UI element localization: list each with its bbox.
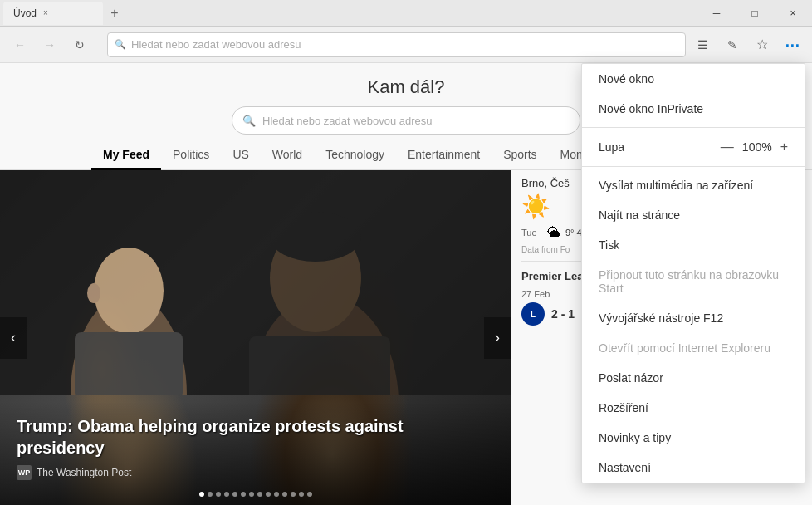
window-controls: ─ □ × [697,0,812,27]
nav-bar: ← → ↻ 🔍 Hledat nebo zadat webovou adresu… [0,27,812,63]
menu-divider-1 [582,127,805,128]
dot-11[interactable] [282,492,287,497]
tab-label: Úvod [13,7,37,19]
menu-label-zoom: Lupa [599,140,721,154]
tab-technology[interactable]: Technology [314,141,396,170]
menu-label-find: Najít na stránce [599,208,788,222]
svg-rect-8 [249,336,390,395]
search-placeholder: Hledat nebo zadat webovou adresu [262,115,433,127]
menu-item-zoom: Lupa — 100% + [582,131,805,163]
source-name: The Washington Post [37,467,131,478]
menu-item-ie: Otevřít pomocí Internet Exploreru [582,333,805,363]
svg-point-5 [270,212,361,262]
tab-sports[interactable]: Sports [492,141,548,170]
hamburger-button[interactable]: ☰ [689,32,716,58]
dot-14[interactable] [307,492,312,497]
zoom-minus-button[interactable]: — [721,140,734,154]
menu-label-settings: Nastavení [599,461,788,474]
menu-item-cast[interactable]: Vysílat multimédia na zařízení [582,170,805,200]
match-score: 2 - 1 [551,307,575,321]
menu-item-new-inprivate[interactable]: Nové okno InPrivate [582,94,805,124]
favorites-button[interactable]: ☆ [749,32,775,58]
slider-dots [199,492,312,497]
menu-label-pin: Připnout tuto stránku na obrazovku Start [599,268,788,295]
minimize-button[interactable]: ─ [697,0,736,27]
browser-tab[interactable]: Úvod × [3,2,103,25]
dot-7[interactable] [249,492,254,497]
address-bar[interactable]: 🔍 Hledat nebo zadat webovou adresu [107,32,686,57]
team-badge-home: L [521,302,545,326]
menu-item-extensions[interactable]: Rozšíření [582,393,805,423]
menu-item-find[interactable]: Najít na stránce [582,200,805,230]
new-tab-button[interactable]: + [103,2,126,25]
refresh-button[interactable]: ↻ [66,32,93,58]
dropdown-menu: Nové okno Nové okno InPrivate Lupa — 100… [581,63,805,483]
menu-label-print: Tisk [599,238,788,252]
close-window-button[interactable]: × [774,0,812,27]
menu-label-devtools: Vývojářské nástroje F12 [599,311,788,325]
dot-12[interactable] [291,492,296,497]
forward-button[interactable]: → [37,32,63,58]
menu-label-ie: Otevřít pomocí Internet Exploreru [599,341,788,355]
page-title: Kam dál? [368,76,445,98]
menu-label-new-inprivate: Nové okno InPrivate [599,102,788,115]
source-logo: WP [17,465,32,480]
search-icon: 🔍 [115,39,126,50]
search-box[interactable]: 🔍 Hledat nebo zadat webovou adresu [232,106,580,135]
nav-divider [100,37,100,53]
tab-my-feed[interactable]: My Feed [91,141,161,170]
zoom-value: 100% [742,140,772,154]
back-button[interactable]: ← [7,32,33,58]
news-overlay: Trump: Obama helping organize protests a… [0,402,511,505]
dot-13[interactable] [299,492,304,497]
title-bar: Úvod × + ─ □ × [0,0,812,27]
menu-label-new-window: Nové okno [599,72,788,86]
tab-us[interactable]: US [221,141,260,170]
dot-5[interactable] [232,492,237,497]
menu-item-new-window[interactable]: Nové okno [582,64,805,94]
menu-label-extensions: Rozšíření [599,401,788,414]
menu-label-cast: Vysílat multimédia na zařízení [599,179,788,192]
menu-label-feedback: Poslat názor [599,371,788,385]
menu-label-news: Novinky a tipy [599,431,788,444]
close-tab-button[interactable]: × [43,8,48,17]
svg-rect-7 [75,332,183,395]
dot-1[interactable] [199,492,204,497]
menu-item-settings[interactable]: Nastavení [582,453,805,483]
dot-4[interactable] [224,492,229,497]
dot-8[interactable] [257,492,262,497]
dot-6[interactable] [241,492,246,497]
menu-item-pin: Připnout tuto stránku na obrazovku Start [582,260,805,303]
tab-politics[interactable]: Politics [161,141,221,170]
weather-day-1: Tue [521,228,542,238]
weather-sun-icon: ☀️ [521,193,550,220]
search-icon: 🔍 [242,115,256,127]
dot-10[interactable] [274,492,279,497]
menu-item-devtools[interactable]: Vývojářské nástroje F12 [582,303,805,333]
svg-point-2 [94,248,164,334]
menu-item-feedback[interactable]: Poslat názor [582,363,805,393]
weather-cloud-icon: 🌥 [547,225,560,240]
dot-2[interactable] [208,492,213,497]
edit-button[interactable]: ✎ [719,32,746,58]
address-bar-text: Hledat nebo zadat webovou adresu [131,38,301,51]
nav-right-buttons: ☰ ✎ ☆ ⋯ [689,32,805,58]
svg-point-6 [87,283,100,303]
menu-divider-2 [582,166,805,167]
slider-prev-button[interactable]: ‹ [0,317,27,359]
tab-world[interactable]: World [261,141,314,170]
menu-item-print[interactable]: Tisk [582,230,805,260]
more-button[interactable]: ⋯ [779,32,805,58]
dot-9[interactable] [266,492,271,497]
zoom-control: — 100% + [721,140,788,154]
menu-item-news[interactable]: Novinky a tipy [582,423,805,453]
news-slider: Trump: Obama helping organize protests a… [0,170,511,505]
news-headline: Trump: Obama helping organize protests a… [17,415,494,458]
zoom-plus-button[interactable]: + [780,140,788,154]
maximize-button[interactable]: □ [736,0,774,27]
dot-3[interactable] [216,492,221,497]
news-source: WP The Washington Post [17,465,494,480]
slider-next-button[interactable]: › [484,317,511,359]
tab-entertainment[interactable]: Entertainment [396,141,492,170]
